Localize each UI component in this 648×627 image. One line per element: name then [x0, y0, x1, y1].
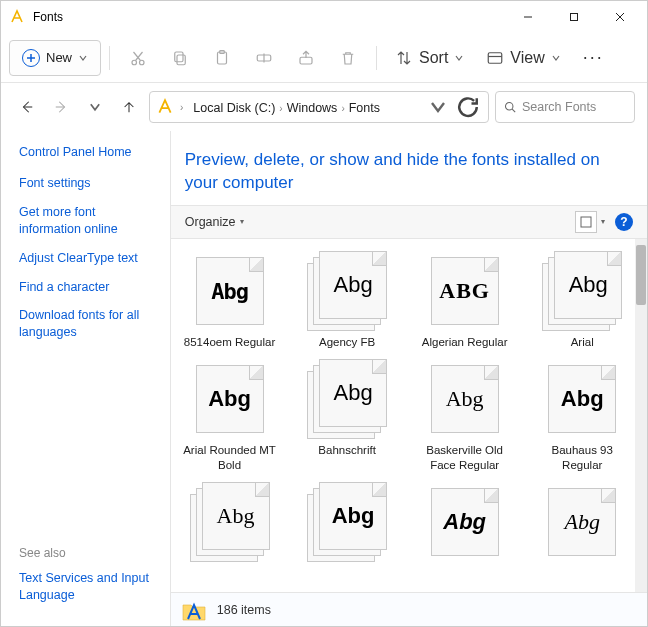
- cut-button[interactable]: [118, 40, 158, 76]
- delete-button[interactable]: [328, 40, 368, 76]
- up-button[interactable]: [115, 93, 143, 121]
- sort-button[interactable]: Sort: [385, 40, 474, 76]
- font-preview-tile: ABG: [425, 251, 505, 331]
- font-sample: Abg: [197, 386, 263, 412]
- address-bar[interactable]: › Local Disk (C:)›Windows›Fonts: [149, 91, 489, 123]
- plus-icon: [22, 49, 40, 67]
- sidebar-link[interactable]: Get more font information online: [19, 204, 158, 238]
- fonts-app-icon: [9, 9, 25, 25]
- toolbar-separator: [376, 46, 377, 70]
- font-preview-tile: Abg: [307, 251, 387, 331]
- breadcrumb-segment[interactable]: Windows: [283, 99, 342, 117]
- maximize-button[interactable]: [551, 1, 597, 33]
- breadcrumb-segment[interactable]: Fonts: [345, 99, 384, 117]
- view-button[interactable]: View: [476, 40, 570, 76]
- font-grid: Abg8514oem RegularAbgAgency FBABGAlgeria…: [171, 239, 647, 570]
- font-name-label: Algerian Regular: [422, 335, 508, 349]
- font-item[interactable]: AbgBauhaus 93 Regular: [523, 353, 641, 476]
- font-item[interactable]: AbgBaskerville Old Face Regular: [406, 353, 524, 476]
- sort-label: Sort: [419, 49, 448, 67]
- refresh-button[interactable]: [454, 93, 482, 121]
- font-name-label: Bauhaus 93 Regular: [535, 443, 629, 472]
- new-button-label: New: [46, 50, 72, 65]
- minimize-button[interactable]: [505, 1, 551, 33]
- main-panel: Preview, delete, or show and hide the fo…: [171, 131, 647, 626]
- status-bar: 186 items: [171, 592, 647, 626]
- control-panel-home-link[interactable]: Control Panel Home: [19, 145, 158, 159]
- font-sample: ABG: [432, 278, 498, 304]
- font-sample: Abg: [549, 509, 615, 535]
- sidebar-link[interactable]: Find a character: [19, 279, 158, 296]
- fonts-window: Fonts New Sort View ···: [0, 0, 648, 627]
- toolbar-separator: [109, 46, 110, 70]
- font-item[interactable]: Abg: [523, 476, 641, 570]
- forward-button[interactable]: [47, 93, 75, 121]
- new-button[interactable]: New: [9, 40, 101, 76]
- fonts-location-icon: [156, 98, 174, 116]
- font-preview-tile: Abg: [190, 251, 270, 331]
- view-icon: [486, 49, 504, 67]
- font-name-label: Baskerville Old Face Regular: [418, 443, 512, 472]
- help-button[interactable]: ?: [615, 213, 633, 231]
- command-toolbar: New Sort View ···: [1, 33, 647, 83]
- svg-rect-21: [581, 217, 591, 227]
- font-item[interactable]: AbgAgency FB: [288, 245, 406, 353]
- svg-point-7: [140, 60, 145, 65]
- sidebar-link[interactable]: Font settings: [19, 175, 158, 192]
- font-sample: Abg: [320, 272, 386, 298]
- search-icon: [504, 100, 516, 114]
- font-item[interactable]: Abg: [171, 476, 289, 570]
- font-preview-tile: Abg: [307, 359, 387, 439]
- font-sample: Abg: [197, 278, 263, 303]
- chevron-down-icon: [454, 53, 464, 63]
- sort-icon: [395, 49, 413, 67]
- recent-locations-button[interactable]: [81, 93, 109, 121]
- font-sample: Abg: [555, 272, 621, 298]
- font-item[interactable]: ABGAlgerian Regular: [406, 245, 524, 353]
- view-options-button[interactable]: [575, 211, 597, 233]
- fonts-folder-icon: [181, 597, 207, 623]
- copy-button[interactable]: [160, 40, 200, 76]
- font-item[interactable]: AbgBahnschrift: [288, 353, 406, 476]
- see-also-link[interactable]: Text Services and Input Language: [19, 570, 158, 604]
- organize-bar: Organize ▾ ▾ ?: [171, 205, 647, 239]
- font-sample: Abg: [549, 386, 615, 412]
- font-name-label: Arial: [571, 335, 594, 349]
- sidebar-link[interactable]: Adjust ClearType text: [19, 250, 158, 267]
- close-button[interactable]: [597, 1, 643, 33]
- svg-rect-14: [300, 57, 312, 64]
- chevron-down-icon: [551, 53, 561, 63]
- content-body: Control Panel Home Font settingsGet more…: [1, 131, 647, 626]
- font-item[interactable]: AbgArial: [523, 245, 641, 353]
- font-item[interactable]: Abg8514oem Regular: [171, 245, 289, 353]
- font-sample: Abg: [432, 509, 498, 535]
- sidebar-link[interactable]: Download fonts for all languages: [19, 307, 158, 341]
- svg-point-19: [505, 103, 512, 110]
- organize-button[interactable]: Organize ▾: [185, 215, 244, 229]
- scrollbar[interactable]: [635, 239, 647, 592]
- chevron-down-icon[interactable]: ▾: [601, 217, 605, 226]
- search-box[interactable]: [495, 91, 635, 123]
- font-item[interactable]: AbgArial Rounded MT Bold: [171, 353, 289, 476]
- svg-rect-9: [175, 52, 183, 62]
- breadcrumb[interactable]: Local Disk (C:)›Windows›Fonts: [189, 98, 384, 116]
- font-name-label: Arial Rounded MT Bold: [183, 443, 277, 472]
- sidebar: Control Panel Home Font settingsGet more…: [1, 131, 171, 626]
- font-item[interactable]: Abg: [288, 476, 406, 570]
- view-label: View: [510, 49, 544, 67]
- paste-button[interactable]: [202, 40, 242, 76]
- share-button[interactable]: [286, 40, 326, 76]
- back-button[interactable]: [13, 93, 41, 121]
- search-input[interactable]: [522, 100, 626, 114]
- address-history-button[interactable]: [428, 97, 448, 117]
- font-sample: Abg: [203, 503, 269, 529]
- more-button[interactable]: ···: [573, 47, 614, 68]
- chevron-right-icon: ›: [180, 102, 183, 113]
- font-item[interactable]: Abg: [406, 476, 524, 570]
- window-title: Fonts: [33, 10, 63, 24]
- breadcrumb-segment[interactable]: Local Disk (C:): [189, 99, 279, 117]
- page-heading: Preview, delete, or show and hide the fo…: [171, 131, 647, 205]
- font-grid-container: Abg8514oem RegularAbgAgency FBABGAlgeria…: [171, 239, 647, 592]
- scrollbar-thumb[interactable]: [636, 245, 646, 305]
- rename-button[interactable]: [244, 40, 284, 76]
